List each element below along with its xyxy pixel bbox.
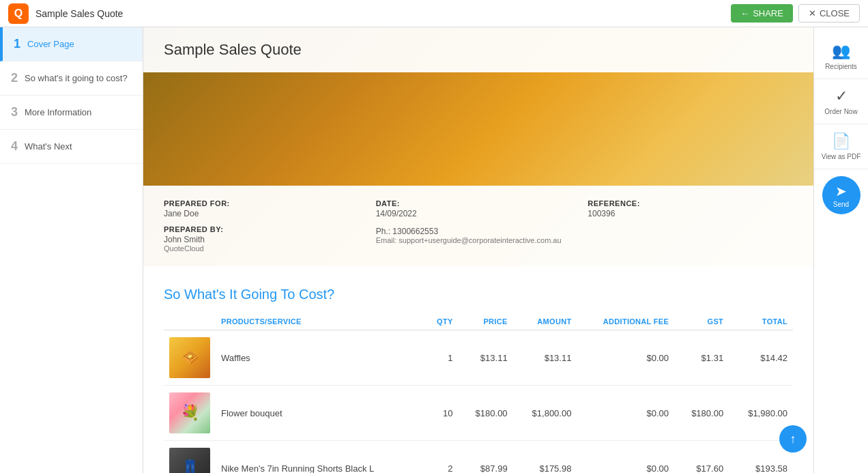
prepared-for-block: PREPARED FOR: Jane Doe (164, 199, 369, 218)
table-row: 💐 Flower bouquet 10 $180.00 $1,800.00 $0… (164, 386, 793, 441)
scroll-top-button[interactable]: ↑ (779, 425, 807, 453)
header-actions: ← SHARE ✕ CLOSE (731, 4, 860, 23)
date-label: DATE: (376, 199, 581, 207)
product-image-cell: 🧇 (164, 330, 216, 386)
phone-value: Ph.: 1300662553 (376, 227, 581, 236)
prepared-by-name: John Smith (164, 235, 369, 244)
main-layout: 1 Cover Page 2 So what's it going to cos… (0, 27, 868, 473)
sidebar-item-num-2: 2 (11, 71, 18, 85)
prepared-by-block: PREPARED BY: John Smith QuoteCloud (164, 225, 369, 253)
cover-info-grid: PREPARED FOR: Jane Doe DATE: 14/09/2022 … (164, 199, 793, 253)
product-amount: $1,800.00 (513, 386, 577, 441)
col-qty: QTY (424, 313, 458, 330)
document-content: Sample Sales Quote PREPARED FOR: Jane Do… (143, 27, 813, 473)
prepared-by-label: PREPARED BY: (164, 225, 369, 233)
prepared-for-label: PREPARED FOR: (164, 199, 369, 207)
product-price: $13.11 (459, 330, 513, 386)
product-image-cell: 💐 (164, 386, 216, 441)
product-qty: 10 (424, 386, 458, 441)
col-product (164, 313, 216, 330)
recipients-icon: 👥 (832, 42, 850, 60)
sidebar-item-num-3: 3 (11, 105, 18, 119)
product-name: Nike Men's 7in Running Shorts Black L (216, 441, 424, 474)
app-logo: Q (8, 3, 29, 24)
close-button[interactable]: ✕ CLOSE (798, 4, 860, 23)
product-qty: 1 (424, 330, 458, 386)
header: Q Sample Sales Quote ← SHARE ✕ CLOSE (0, 0, 868, 27)
col-price: PRICE (459, 313, 513, 330)
product-gst: $180.00 (674, 386, 729, 441)
reference-label: REFERENCE: (588, 199, 793, 207)
document-title: Sample Sales Quote (35, 8, 731, 19)
product-name: Flower bouquet (216, 386, 424, 441)
table-row: 👖 Nike Men's 7in Running Shorts Black L … (164, 441, 793, 474)
send-button[interactable]: ➤ Send (822, 176, 860, 214)
product-name: Waffles (216, 330, 424, 386)
email-address: support+userguide@corporateinteractive.c… (399, 236, 561, 244)
view-pdf-button[interactable]: 📄 View as PDF (814, 124, 868, 169)
col-gst: GST (674, 313, 729, 330)
table-row: 🧇 Waffles 1 $13.11 $13.11 $0.00 $1.31 $1… (164, 330, 793, 386)
recipients-button[interactable]: 👥 Recipients (814, 34, 868, 79)
products-table: PRODUCTS/SERVICE QTY PRICE AMOUNT ADDITI… (164, 313, 793, 473)
product-image-cell: 👖 (164, 441, 216, 474)
sidebar-item-num-1: 1 (14, 37, 20, 51)
sidebar-item-num-4: 4 (11, 139, 18, 154)
table-header-row: PRODUCTS/SERVICE QTY PRICE AMOUNT ADDITI… (164, 313, 793, 330)
product-additional-fee: $0.00 (577, 441, 674, 474)
date-value: 14/09/2022 (376, 209, 581, 218)
phone-label: Ph.: (376, 227, 390, 236)
order-now-icon: ✓ (835, 87, 848, 105)
sidebar-item-cover-page[interactable]: 1 Cover Page (0, 27, 143, 61)
document: Sample Sales Quote PREPARED FOR: Jane Do… (143, 27, 813, 473)
cover-title-box: Sample Sales Quote (143, 27, 813, 72)
view-pdf-label: View as PDF (822, 153, 861, 160)
prepared-for-name: Jane Doe (164, 209, 369, 218)
sidebar-item-label-1: Cover Page (27, 39, 74, 49)
right-panel: 👥 Recipients ✓ Order Now 📄 View as PDF ➤… (813, 27, 868, 473)
close-icon: ✕ (809, 8, 816, 18)
col-amount: AMOUNT (513, 313, 577, 330)
col-total: TOTAL (729, 313, 793, 330)
product-price: $87.99 (459, 441, 513, 474)
reference-value: 100396 (588, 209, 793, 218)
product-additional-fee: $0.00 (577, 386, 674, 441)
pdf-icon: 📄 (832, 132, 850, 150)
recipients-label: Recipients (825, 63, 857, 70)
cost-section-title: So What's It Going To Cost? (164, 287, 793, 302)
cover-title: Sample Sales Quote (164, 41, 793, 59)
product-additional-fee: $0.00 (577, 330, 674, 386)
sidebar-item-label-2: So what's it going to cost? (25, 73, 128, 83)
send-label: Send (833, 201, 849, 208)
sidebar-item-label-4: What's Next (25, 141, 72, 152)
sidebar-item-whats-next[interactable]: 4 What's Next (0, 130, 143, 164)
email-label: Email: (376, 236, 397, 244)
col-additional-fee: ADDITIONAL FEE (577, 313, 674, 330)
email-value: Email: support+userguide@corporateintera… (376, 236, 581, 244)
product-amount: $13.11 (513, 330, 577, 386)
cover-info-box: PREPARED FOR: Jane Doe DATE: 14/09/2022 … (143, 186, 813, 266)
date-block: DATE: 14/09/2022 (376, 199, 581, 218)
share-button[interactable]: ← SHARE (731, 4, 793, 23)
prepared-by-company: QuoteCloud (164, 244, 369, 253)
cost-section: So What's It Going To Cost? PRODUCTS/SER… (143, 266, 813, 473)
sidebar: 1 Cover Page 2 So what's it going to cos… (0, 27, 143, 473)
product-gst: $1.31 (674, 330, 729, 386)
reference-block: REFERENCE: 100396 (588, 199, 793, 218)
send-icon: ➤ (835, 183, 847, 199)
order-now-label: Order Now (824, 108, 857, 115)
sidebar-item-label-3: More Information (25, 107, 91, 117)
product-amount: $175.98 (513, 441, 577, 474)
col-product-name: PRODUCTS/SERVICE (216, 313, 424, 330)
sidebar-item-cost[interactable]: 2 So what's it going to cost? (0, 61, 143, 96)
sidebar-item-more-info[interactable]: 3 More Information (0, 96, 143, 130)
share-icon: ← (740, 8, 749, 18)
phone-number: 1300662553 (392, 227, 438, 236)
order-now-button[interactable]: ✓ Order Now (814, 79, 868, 124)
cover-section: Sample Sales Quote PREPARED FOR: Jane Do… (143, 27, 813, 266)
product-qty: 2 (424, 441, 458, 474)
contact-block: Ph.: 1300662553 Email: support+userguide… (376, 225, 581, 253)
product-gst: $17.60 (674, 441, 729, 474)
product-price: $180.00 (459, 386, 513, 441)
product-total: $14.42 (729, 330, 793, 386)
